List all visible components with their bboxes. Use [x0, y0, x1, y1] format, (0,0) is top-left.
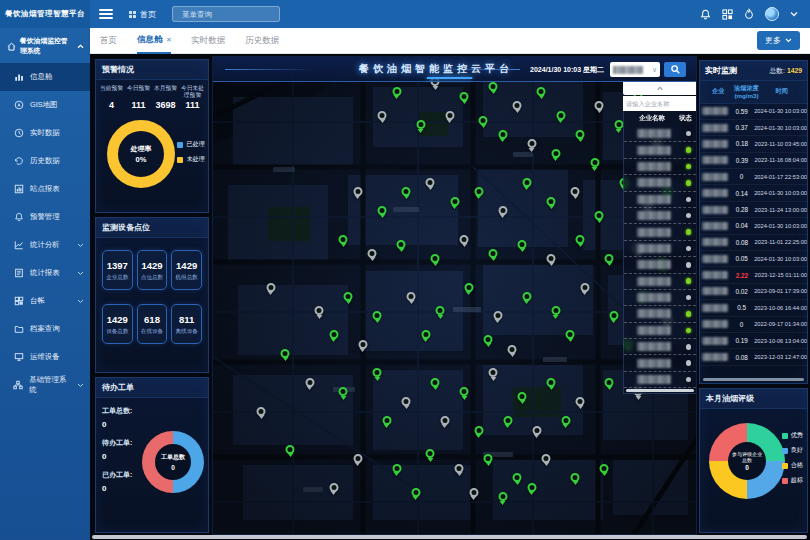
map-pin-offline[interactable]: [353, 187, 362, 200]
map-pin-online[interactable]: [431, 254, 440, 267]
tab-2[interactable]: 实时数据: [191, 28, 225, 54]
sidebar-item-11[interactable]: 基础管理系统: [0, 371, 90, 399]
sidebar-item-9[interactable]: 档案查询: [0, 315, 90, 343]
map-pin-online[interactable]: [329, 330, 338, 343]
company-row-6[interactable]: [624, 224, 696, 240]
more-button[interactable]: 更多: [757, 31, 800, 50]
realtime-row-7[interactable]: 0.042024-01-30 10:03:00: [700, 218, 807, 234]
realtime-row-13[interactable]: 02022-09-17 01:34:00: [700, 317, 807, 333]
dropdown-scrollbar[interactable]: [626, 389, 694, 392]
map-pin-online[interactable]: [464, 283, 473, 296]
company-row-9[interactable]: [624, 274, 696, 290]
map-canvas[interactable]: 餐饮油烟智能监控云平台 2024/1/30 10:03 星期二 ∨ 企业名称 状…: [212, 56, 697, 535]
company-row-3[interactable]: [624, 175, 696, 191]
map-pin-offline[interactable]: [402, 397, 411, 410]
map-pin-online[interactable]: [411, 488, 420, 501]
map-pin-offline[interactable]: [508, 345, 517, 358]
map-pin-offline[interactable]: [426, 178, 435, 191]
realtime-row-3[interactable]: 0.392023-11-16 08:04:00: [700, 153, 807, 169]
map-pin-offline[interactable]: [407, 292, 416, 305]
realtime-row-2[interactable]: 0.182023-11-10 03:45:00: [700, 136, 807, 152]
map-pin-online[interactable]: [474, 187, 483, 200]
map-pin-online[interactable]: [522, 178, 531, 191]
map-pin-online[interactable]: [281, 349, 290, 362]
company-row-13[interactable]: [624, 339, 696, 355]
apps-icon[interactable]: [722, 9, 733, 20]
company-row-12[interactable]: [624, 323, 696, 339]
sidebar-item-8[interactable]: 台帐: [0, 287, 90, 315]
map-pin-online[interactable]: [551, 306, 560, 319]
map-pin-offline[interactable]: [576, 397, 585, 410]
chevron-down-icon[interactable]: [790, 11, 798, 17]
map-pin-online[interactable]: [421, 330, 430, 343]
map-pin-offline[interactable]: [455, 464, 464, 477]
map-pin-online[interactable]: [402, 187, 411, 200]
map-pin-online[interactable]: [373, 311, 382, 324]
map-pin-online[interactable]: [547, 197, 556, 210]
map-pin-online[interactable]: [518, 392, 527, 405]
map-pin-online[interactable]: [605, 254, 614, 267]
map-pin-offline[interactable]: [378, 111, 387, 124]
sidebar-item-7[interactable]: 统计报表: [0, 259, 90, 287]
realtime-row-15[interactable]: 0.082023-12-03 12:47:00: [700, 349, 807, 365]
hamburger-menu-icon[interactable]: [99, 9, 113, 19]
map-pin-offline[interactable]: [329, 483, 338, 496]
map-pin-online[interactable]: [484, 454, 493, 467]
map-pin-offline[interactable]: [368, 249, 377, 262]
realtime-row-9[interactable]: 0.052024-01-30 10:03:00: [700, 251, 807, 267]
map-pin-offline[interactable]: [571, 187, 580, 200]
realtime-row-0[interactable]: 0.592024-01-30 10:03:00: [700, 104, 807, 120]
map-pin-offline[interactable]: [469, 488, 478, 501]
map-pin-online[interactable]: [450, 197, 459, 210]
map-pin-online[interactable]: [392, 464, 401, 477]
map-pin-online[interactable]: [609, 311, 618, 324]
map-pin-online[interactable]: [373, 368, 382, 381]
map-pin-offline[interactable]: [315, 306, 324, 319]
map-pin-online[interactable]: [595, 211, 604, 224]
sidebar-item-5[interactable]: 预警管理: [0, 203, 90, 231]
search-input[interactable]: [182, 10, 279, 19]
company-row-14[interactable]: [624, 355, 696, 371]
map-pin-offline[interactable]: [532, 426, 541, 439]
sidebar-item-3[interactable]: 历史数据: [0, 147, 90, 175]
realtime-row-6[interactable]: 0.282023-11-24 13:00:00: [700, 202, 807, 218]
sidebar-item-0[interactable]: 信息舱: [0, 63, 90, 91]
company-row-5[interactable]: [624, 208, 696, 224]
map-pin-online[interactable]: [460, 387, 469, 400]
map-pin-online[interactable]: [339, 235, 348, 248]
map-pin-online[interactable]: [484, 335, 493, 348]
map-pin-online[interactable]: [460, 92, 469, 105]
map-pin-offline[interactable]: [493, 311, 502, 324]
close-icon[interactable]: ×: [167, 35, 172, 44]
map-pin-online[interactable]: [344, 292, 353, 305]
header-search[interactable]: [172, 6, 280, 22]
map-pin-online[interactable]: [513, 473, 522, 486]
map-pin-online[interactable]: [600, 464, 609, 477]
sidebar-item-6[interactable]: 统计分析: [0, 231, 90, 259]
company-row-4[interactable]: [624, 192, 696, 208]
map-pin-online[interactable]: [489, 82, 498, 95]
map-pin-online[interactable]: [498, 492, 507, 505]
company-row-8[interactable]: [624, 257, 696, 273]
realtime-row-11[interactable]: 0.022023-09-01 17:39:00: [700, 284, 807, 300]
company-row-15[interactable]: [624, 372, 696, 388]
map-pin-offline[interactable]: [305, 378, 314, 391]
map-pin-online[interactable]: [397, 240, 406, 253]
sidebar-item-1[interactable]: GIS地图: [0, 91, 90, 119]
map-pin-online[interactable]: [522, 292, 531, 305]
tab-1[interactable]: 信息舱×: [137, 28, 171, 54]
realtime-row-14[interactable]: 0.192023-10-06 13:04:00: [700, 333, 807, 349]
map-pin-offline[interactable]: [257, 407, 266, 420]
map-pin-online[interactable]: [614, 120, 623, 133]
map-pin-online[interactable]: [551, 149, 560, 162]
map-pin-online[interactable]: [489, 249, 498, 262]
realtime-row-10[interactable]: 2.222023-12-15 01:11:00: [700, 267, 807, 283]
map-pin-online[interactable]: [561, 416, 570, 429]
map-pin-online[interactable]: [571, 473, 580, 486]
map-pin-online[interactable]: [378, 206, 387, 219]
company-search-input[interactable]: [626, 100, 694, 107]
map-pin-online[interactable]: [590, 158, 599, 171]
map-pin-offline[interactable]: [445, 111, 454, 124]
avatar[interactable]: [765, 7, 779, 21]
map-pin-online[interactable]: [339, 387, 348, 400]
